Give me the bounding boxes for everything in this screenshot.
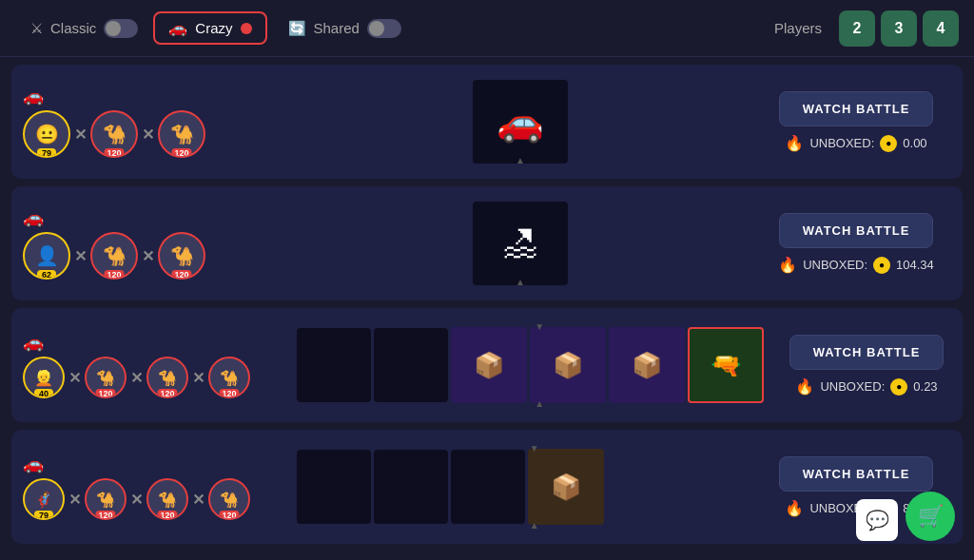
- crazy-car-icon: 🚗: [168, 19, 187, 37]
- avatar: 🐪 120: [90, 232, 138, 280]
- avatar-face: 🐪: [103, 123, 127, 145]
- players-avatars: 🦸 79 ✕ 🐪 120 ✕ 🐪 120 ✕ 🐪 120: [23, 478, 250, 520]
- avatar-badge: 120: [171, 148, 191, 158]
- avatar-badge: 79: [37, 148, 56, 158]
- case-slot: [451, 450, 525, 524]
- avatar-badge: 120: [95, 511, 115, 520]
- avatar-face: 🐪: [170, 244, 194, 267]
- player-4-button[interactable]: 4: [923, 10, 959, 47]
- classic-icon: ⚔: [30, 20, 43, 37]
- case-slot: 🏖: [473, 202, 568, 285]
- unboxed-info: 🔥 UNBOXED: ● 104.34: [778, 256, 934, 274]
- avatar-face: 👤: [35, 244, 59, 267]
- unboxed-label: UNBOXED:: [803, 258, 867, 272]
- battle-players-left: 🚗 🦸 79 ✕ 🐪 120 ✕ 🐪 120 ✕ 🐪: [23, 454, 289, 520]
- fire-icon: 🔥: [795, 377, 814, 396]
- avatar: 🦸 79: [23, 478, 65, 520]
- battle-action-area: WATCH BATTLE 🔥 UNBOXED: ● 0.00: [761, 91, 951, 152]
- battle-players-left: 🚗 👤 62 ✕ 🐪 120 ✕ 🐪 120: [23, 207, 280, 280]
- case-slot: [297, 328, 371, 402]
- shared-toggle-knob: [369, 21, 384, 36]
- avatar-badge: 120: [219, 511, 239, 520]
- avatar-face: 😐: [35, 123, 59, 145]
- battle-cases-area: ▼ 🚗 ▲: [287, 74, 753, 169]
- unboxed-value: 104.34: [896, 258, 934, 272]
- shared-icon: 🔄: [288, 20, 306, 37]
- battle-cases-area: ▼ 📦 ▲: [297, 439, 753, 534]
- unboxed-label: UNBOXED:: [809, 136, 874, 150]
- chat-button[interactable]: 💬: [856, 499, 898, 541]
- avatar: 🐪 120: [208, 357, 250, 398]
- classic-toggle-knob: [106, 21, 121, 36]
- tab-crazy-label: Crazy: [195, 20, 232, 36]
- unboxed-info: 🔥 UNBOXED: ● 0.23: [795, 377, 937, 396]
- avatar-badge: 120: [104, 270, 124, 280]
- tab-crazy[interactable]: 🚗 Crazy: [153, 11, 266, 45]
- cart-button[interactable]: 🛒: [906, 492, 955, 541]
- avatar-face: 🐪: [158, 369, 177, 387]
- avatar: 🐪 120: [158, 232, 205, 280]
- avatar-badge: 120: [104, 148, 124, 158]
- battle-list: 🚗 😐 79 ✕ 🐪 120 ✕ 🐪 120 ▼: [0, 57, 974, 551]
- avatar-face: 🦸: [34, 491, 53, 509]
- case-slot: 🚗: [473, 80, 568, 164]
- classic-toggle[interactable]: [104, 19, 138, 38]
- avatar-face: 🐪: [220, 491, 239, 509]
- watch-battle-button[interactable]: WATCH BATTLE: [779, 456, 934, 492]
- coin-icon: ●: [880, 135, 897, 152]
- avatar-face: 🐪: [96, 369, 115, 387]
- avatar: 😐 79: [23, 110, 70, 158]
- case-slot-highlighted: 🔫: [688, 327, 764, 403]
- x-separator: ✕: [68, 369, 81, 387]
- avatar-badge: 40: [34, 389, 53, 398]
- avatar-face: 👱: [34, 369, 53, 387]
- row-crazy-icon: 🚗: [23, 332, 44, 353]
- battle-row: 🚗 🦸 79 ✕ 🐪 120 ✕ 🐪 120 ✕ 🐪: [11, 430, 963, 544]
- battle-row: 🚗 👤 62 ✕ 🐪 120 ✕ 🐪 120 ▼: [11, 186, 963, 300]
- case-slot: 📦: [528, 449, 604, 525]
- avatar: 🐪 120: [158, 110, 205, 158]
- unboxed-value: 0.23: [913, 379, 937, 394]
- x-separator: ✕: [192, 369, 205, 387]
- battle-players-left: 🚗 😐 79 ✕ 🐪 120 ✕ 🐪 120: [23, 86, 280, 158]
- case-slot: 📦: [609, 327, 685, 403]
- x-separator: ✕: [192, 491, 205, 509]
- crazy-dot-indicator: [241, 23, 252, 34]
- avatar-badge: 120: [157, 511, 177, 520]
- case-slot: [374, 450, 448, 524]
- avatar-face: 🐪: [96, 491, 115, 509]
- watch-battle-button[interactable]: WATCH BATTLE: [779, 213, 934, 248]
- row-crazy-icon: 🚗: [23, 86, 44, 106]
- x-separator: ✕: [142, 247, 154, 265]
- players-avatars: 👤 62 ✕ 🐪 120 ✕ 🐪 120: [23, 232, 205, 280]
- watch-battle-button[interactable]: WATCH BATTLE: [789, 335, 945, 370]
- avatar-face: 🐪: [103, 244, 127, 267]
- fire-icon: 🔥: [778, 256, 797, 274]
- shared-toggle[interactable]: [367, 19, 401, 38]
- fire-icon: 🔥: [785, 499, 804, 517]
- battle-cases-area: ▼ 🏖 ▲: [287, 196, 753, 291]
- x-separator: ✕: [74, 126, 87, 144]
- watch-battle-button[interactable]: WATCH BATTLE: [779, 91, 934, 126]
- avatar-badge: 120: [171, 270, 191, 280]
- battle-action-area: WATCH BATTLE 🔥 UNBOXED: ● 104.34: [761, 213, 951, 274]
- player-3-button[interactable]: 3: [881, 10, 917, 47]
- tab-shared[interactable]: 🔄 Shared: [273, 11, 417, 46]
- unboxed-label: UNBOXED:: [820, 379, 885, 394]
- player-2-button[interactable]: 2: [839, 10, 875, 47]
- avatar: 🐪 120: [146, 478, 188, 520]
- row-crazy-icon: 🚗: [23, 207, 44, 228]
- avatar-face: 🐪: [220, 369, 239, 387]
- case-slot: 📦: [451, 327, 527, 403]
- avatar-face: 🐪: [170, 123, 194, 145]
- players-avatars: 👱 40 ✕ 🐪 120 ✕ 🐪 120 ✕ 🐪 120: [23, 357, 250, 398]
- x-separator: ✕: [74, 247, 87, 265]
- avatar-badge: 79: [34, 511, 53, 520]
- battle-row: 🚗 😐 79 ✕ 🐪 120 ✕ 🐪 120 ▼: [11, 65, 963, 179]
- coin-icon: ●: [873, 257, 890, 274]
- battle-action-area: WATCH BATTLE 🔥 UNBOXED: ● 0.23: [771, 335, 962, 396]
- avatar: 🐪 120: [85, 478, 127, 520]
- tab-classic[interactable]: ⚔ Classic: [15, 11, 153, 46]
- x-separator: ✕: [142, 126, 154, 144]
- tab-classic-label: Classic: [50, 20, 96, 36]
